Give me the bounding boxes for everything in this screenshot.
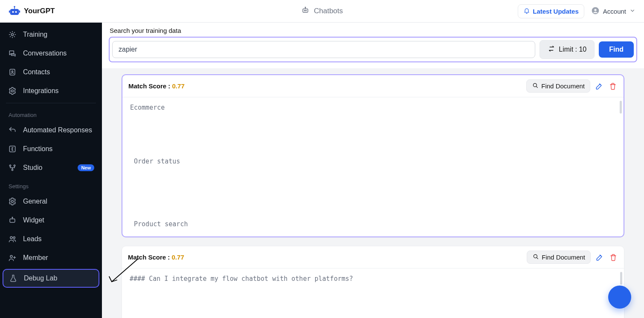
sidebar-item-label: Member [23, 254, 48, 262]
sidebar-item-label: Automated Responses [23, 126, 92, 134]
sidebar-item-functions[interactable]: Functions [0, 140, 102, 158]
edit-icon[interactable] [595, 253, 604, 262]
svg-point-13 [594, 9, 596, 11]
search-label: Search your training data [110, 27, 637, 34]
studio-icon [8, 163, 17, 172]
sidebar-section-settings: Settings [0, 177, 102, 192]
svg-point-11 [305, 7, 306, 8]
sidebar-item-widget[interactable]: Widget [0, 211, 102, 230]
bell-icon [523, 7, 530, 15]
leads-icon [8, 234, 17, 244]
sidebar-item-label: General [23, 198, 47, 205]
account-menu[interactable]: Account [591, 6, 635, 16]
sidebar-item-label: Functions [23, 145, 52, 153]
sidebar-item-label: Training [23, 31, 47, 38]
sidebar-item-label: Contacts [23, 68, 50, 76]
sidebar-item-leads[interactable]: Leads [0, 230, 102, 248]
results-list[interactable]: Match Score : 0.77 Find Document Ecommer… [102, 68, 644, 318]
svg-line-34 [537, 257, 538, 259]
result-body[interactable]: Ecommerce Order status Product search [122, 97, 624, 236]
page-context[interactable]: Chatbots [301, 6, 343, 17]
limit-button[interactable]: Limit : 10 [540, 40, 595, 59]
trash-icon[interactable] [609, 253, 618, 262]
sidebar: Training Conversations Contacts Integrat… [0, 23, 102, 318]
svg-point-14 [12, 34, 14, 36]
sidebar-divider [6, 103, 96, 103]
card-actions: Find Document [526, 79, 618, 93]
widget-icon [8, 216, 17, 225]
result-card-head: Match Score : 0.77 Find Document [122, 75, 624, 97]
result-body[interactable]: #### Can I integrate my flow chatbot wit… [122, 268, 624, 318]
contacts-icon [8, 67, 17, 77]
flask-icon [9, 274, 18, 283]
sidebar-item-integrations[interactable]: Integrations [0, 82, 102, 100]
limit-label: Limit : 10 [559, 46, 586, 53]
svg-point-16 [12, 71, 13, 72]
latest-updates-label: Latest Updates [533, 8, 579, 15]
sidebar-item-label: Widget [23, 216, 44, 224]
sidebar-section-automation: Automation [0, 106, 102, 121]
result-card-head: Match Score : 0.77 Find Document [122, 246, 624, 268]
sidebar-item-conversations[interactable]: Conversations [0, 44, 102, 63]
sidebar-item-member[interactable]: Member [0, 248, 102, 267]
svg-point-4 [14, 6, 15, 8]
svg-rect-6 [19, 11, 20, 13]
brand-block: YourGPT [9, 6, 55, 16]
svg-point-17 [12, 90, 14, 92]
main: Search your training data Limit : 10 Fin… [102, 23, 644, 318]
edit-icon[interactable] [595, 82, 604, 91]
sidebar-item-label: Debug Lab [24, 274, 57, 282]
sidebar-item-studio[interactable]: Studio New [0, 158, 102, 177]
find-document-button[interactable]: Find Document [526, 79, 590, 93]
svg-rect-7 [303, 9, 308, 12]
sidebar-item-label: Conversations [23, 50, 67, 57]
match-score-label: Match Score : 0.77 [128, 82, 185, 90]
sidebar-item-automated-responses[interactable]: Automated Responses [0, 121, 102, 140]
result-card: Match Score : 0.77 Find Document Ecommer… [122, 74, 624, 237]
match-score-label: Match Score : 0.77 [128, 254, 184, 261]
svg-point-8 [304, 10, 305, 11]
user-icon [591, 6, 600, 16]
svg-point-27 [13, 237, 15, 239]
sidebar-item-training[interactable]: Training [0, 25, 102, 44]
search-input[interactable] [112, 41, 535, 58]
search-block: Search your training data Limit : 10 Fin… [102, 23, 644, 68]
search-icon [532, 253, 539, 261]
svg-point-2 [15, 11, 17, 13]
trash-icon[interactable] [608, 82, 618, 91]
latest-updates-button[interactable]: Latest Updates [518, 4, 584, 18]
page-context-label: Chatbots [314, 7, 343, 15]
topbar: YourGPT Chatbots Latest Updates Account [0, 0, 644, 23]
sidebar-item-contacts[interactable]: Contacts [0, 63, 102, 82]
chat-fab[interactable] [608, 286, 631, 309]
logo-icon [9, 6, 20, 16]
sidebar-item-label: Leads [23, 235, 42, 243]
find-button[interactable]: Find [599, 41, 634, 58]
svg-rect-5 [9, 11, 10, 13]
svg-point-22 [12, 201, 14, 203]
reply-icon [8, 125, 17, 135]
search-icon [532, 82, 539, 90]
find-document-button[interactable]: Find Document [527, 251, 591, 264]
svg-rect-23 [10, 219, 15, 222]
result-card: Match Score : 0.77 Find Document #### Ca… [122, 246, 624, 318]
svg-point-9 [306, 10, 307, 11]
training-icon [8, 30, 17, 39]
score-value: 0.77 [172, 82, 185, 90]
member-icon [8, 253, 17, 263]
svg-point-1 [12, 11, 14, 13]
functions-icon [8, 144, 17, 154]
chevron-down-icon [629, 8, 635, 15]
svg-line-32 [537, 86, 538, 88]
score-value: 0.77 [172, 254, 184, 261]
sidebar-item-debug-lab[interactable]: Debug Lab [3, 269, 99, 288]
new-badge: New [78, 164, 94, 171]
card-actions: Find Document [527, 251, 618, 264]
svg-point-26 [10, 236, 12, 239]
sidebar-item-general[interactable]: General [0, 192, 102, 211]
conversations-icon [8, 49, 17, 58]
integrations-icon [8, 86, 17, 96]
search-row: Limit : 10 Find [109, 37, 637, 62]
top-right: Latest Updates Account [518, 4, 635, 18]
robot-icon [301, 6, 310, 17]
